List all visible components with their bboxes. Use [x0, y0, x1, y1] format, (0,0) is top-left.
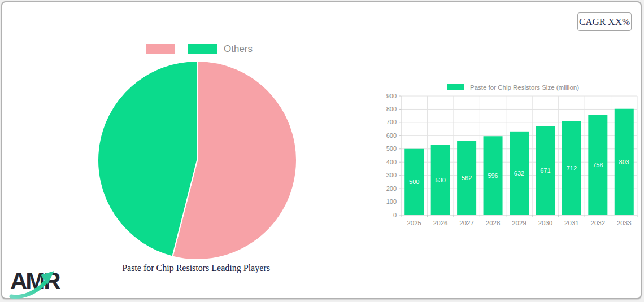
bar-value-label: 500	[409, 178, 419, 185]
pie-legend-swatch-others[interactable]	[188, 44, 217, 54]
x-axis-label: 2030	[538, 220, 553, 226]
y-axis-label: 600	[386, 132, 397, 139]
bar-chart: Paste for Chip Resistors Size (million)0…	[381, 79, 644, 231]
cagr-badge: CAGR XX%	[577, 12, 632, 31]
amr-logo: AMR	[9, 269, 61, 300]
pie-chart	[97, 60, 298, 261]
y-axis-label: 0	[393, 212, 397, 218]
pie-legend: Others	[146, 43, 253, 54]
y-axis-label: 900	[386, 93, 397, 99]
y-axis-label: 100	[386, 198, 397, 205]
bar-value-label: 530	[435, 177, 445, 183]
y-axis-label: 500	[386, 145, 397, 152]
bar-value-label: 596	[488, 172, 498, 179]
bar-value-label: 562	[462, 174, 472, 181]
amr-logo-text: AMR	[10, 269, 59, 293]
bar-value-label: 712	[567, 165, 577, 172]
y-axis-label: 200	[386, 185, 397, 192]
x-axis-label: 2033	[617, 220, 632, 226]
x-axis-label: 2028	[486, 220, 501, 226]
x-axis-label: 2026	[433, 220, 448, 226]
bar-legend-swatch[interactable]	[447, 84, 464, 90]
y-axis-label: 400	[386, 159, 397, 165]
pie-chart-title: Paste for Chip Resistors Leading Players	[83, 263, 309, 273]
y-axis-label: 700	[386, 119, 397, 125]
x-axis-label: 2025	[407, 220, 421, 226]
bar-value-label: 803	[619, 159, 629, 165]
pie-legend-swatch-unnamed[interactable]	[146, 44, 175, 54]
bar-value-label: 632	[514, 170, 524, 177]
y-axis-label: 800	[386, 106, 397, 112]
x-axis-label: 2032	[591, 220, 606, 226]
x-axis-label: 2029	[512, 220, 526, 226]
y-axis-label: 300	[386, 172, 397, 178]
x-axis-label: 2027	[459, 220, 474, 226]
x-axis-label: 2031	[564, 220, 579, 226]
bar-legend-label: Paste for Chip Resistors Size (million)	[470, 84, 579, 91]
pie-legend-label-others: Others	[224, 44, 253, 54]
bar-value-label: 671	[540, 167, 550, 174]
bar-value-label: 756	[593, 161, 603, 168]
